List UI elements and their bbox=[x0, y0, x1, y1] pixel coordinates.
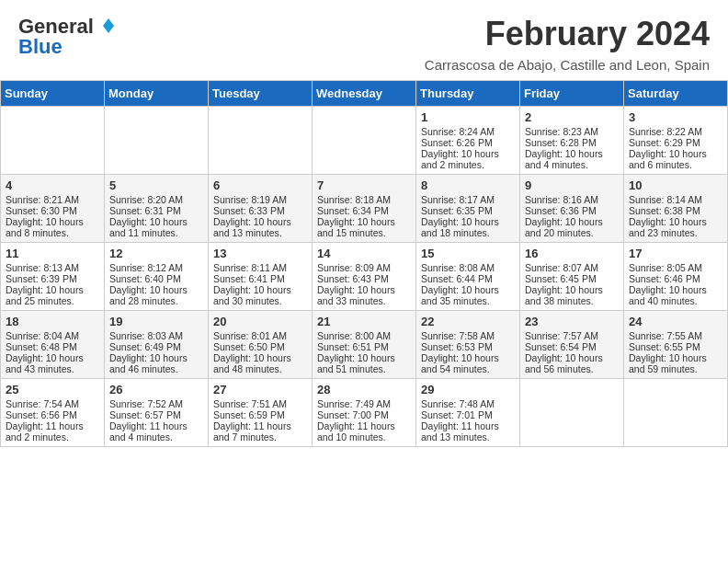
daylight-hours: Daylight: 10 hours bbox=[213, 352, 307, 363]
daylight-hours: Daylight: 10 hours bbox=[629, 148, 722, 159]
sunrise: Sunrise: 7:52 AM bbox=[109, 398, 203, 409]
sunset: Sunset: 6:26 PM bbox=[421, 137, 515, 148]
day-number: 2 bbox=[525, 110, 619, 124]
sunrise: Sunrise: 7:54 AM bbox=[6, 398, 99, 409]
header-friday: Friday bbox=[520, 81, 624, 107]
day-number: 15 bbox=[421, 247, 515, 260]
sunrise: Sunrise: 8:16 AM bbox=[525, 194, 619, 205]
day-number: 24 bbox=[629, 315, 722, 328]
day-number: 12 bbox=[109, 247, 203, 260]
header-tuesday: Tuesday bbox=[209, 81, 313, 107]
daylight-detail: and 18 minutes. bbox=[421, 227, 515, 238]
sunrise: Sunrise: 7:49 AM bbox=[317, 398, 411, 409]
sunset: Sunset: 6:59 PM bbox=[213, 409, 307, 420]
daylight-hours: Daylight: 10 hours bbox=[421, 148, 515, 159]
sunrise: Sunrise: 8:13 AM bbox=[6, 262, 99, 273]
day-number: 5 bbox=[109, 178, 203, 192]
day-number: 20 bbox=[213, 315, 307, 328]
day-number: 18 bbox=[6, 315, 99, 328]
sunset: Sunset: 6:40 PM bbox=[109, 273, 203, 284]
daylight-hours: Daylight: 10 hours bbox=[317, 284, 411, 295]
daylight-detail: and 54 minutes. bbox=[421, 363, 515, 374]
table-row bbox=[1, 107, 105, 175]
sunrise: Sunrise: 8:00 AM bbox=[317, 330, 411, 341]
sunrise: Sunrise: 8:17 AM bbox=[421, 194, 515, 205]
logo-blue-text: Blue bbox=[18, 35, 63, 59]
table-row: 28Sunrise: 7:49 AMSunset: 7:00 PMDayligh… bbox=[313, 379, 416, 447]
daylight-detail: and 23 minutes. bbox=[629, 227, 722, 238]
day-number: 22 bbox=[421, 315, 515, 328]
daylight-hours: Daylight: 11 hours bbox=[6, 420, 99, 431]
table-row: 9Sunrise: 8:16 AMSunset: 6:36 PMDaylight… bbox=[520, 175, 624, 243]
daylight-detail: and 6 minutes. bbox=[629, 159, 722, 170]
header-saturday: Saturday bbox=[624, 81, 728, 107]
table-row: 7Sunrise: 8:18 AMSunset: 6:34 PMDaylight… bbox=[313, 175, 416, 243]
daylight-detail: and 2 minutes. bbox=[6, 431, 99, 442]
daylight-hours: Daylight: 11 hours bbox=[213, 420, 307, 431]
sunset: Sunset: 6:39 PM bbox=[6, 273, 99, 284]
sunset: Sunset: 6:30 PM bbox=[6, 205, 99, 216]
sunset: Sunset: 6:41 PM bbox=[213, 273, 307, 284]
sunrise: Sunrise: 7:55 AM bbox=[629, 330, 722, 341]
location: Carrascosa de Abajo, Castille and Leon, … bbox=[425, 57, 710, 73]
sunrise: Sunrise: 8:19 AM bbox=[213, 194, 307, 205]
sunrise: Sunrise: 8:14 AM bbox=[629, 194, 722, 205]
day-number: 6 bbox=[213, 178, 307, 192]
sunrise: Sunrise: 8:03 AM bbox=[109, 330, 203, 341]
day-number: 19 bbox=[109, 315, 203, 328]
day-number: 11 bbox=[6, 247, 99, 260]
daylight-detail: and 25 minutes. bbox=[6, 295, 99, 306]
table-row bbox=[624, 379, 728, 447]
sunset: Sunset: 6:53 PM bbox=[421, 341, 515, 352]
table-row: 24Sunrise: 7:55 AMSunset: 6:55 PMDayligh… bbox=[624, 311, 728, 379]
table-row: 23Sunrise: 7:57 AMSunset: 6:54 PMDayligh… bbox=[520, 311, 624, 379]
daylight-detail: and 7 minutes. bbox=[213, 431, 307, 442]
daylight-hours: Daylight: 10 hours bbox=[629, 284, 722, 295]
daylight-detail: and 46 minutes. bbox=[109, 363, 203, 374]
daylight-detail: and 59 minutes. bbox=[629, 363, 722, 374]
day-number: 8 bbox=[421, 178, 515, 192]
sunset: Sunset: 7:00 PM bbox=[317, 409, 411, 420]
table-row: 17Sunrise: 8:05 AMSunset: 6:46 PMDayligh… bbox=[624, 243, 728, 311]
table-row bbox=[105, 107, 209, 175]
sunrise: Sunrise: 8:23 AM bbox=[525, 126, 619, 137]
daylight-hours: Daylight: 10 hours bbox=[629, 352, 722, 363]
day-number: 25 bbox=[6, 383, 99, 396]
daylight-detail: and 15 minutes. bbox=[317, 227, 411, 238]
table-row: 21Sunrise: 8:00 AMSunset: 6:51 PMDayligh… bbox=[313, 311, 416, 379]
daylight-hours: Daylight: 10 hours bbox=[525, 148, 619, 159]
daylight-detail: and 8 minutes. bbox=[6, 227, 99, 238]
table-row: 6Sunrise: 8:19 AMSunset: 6:33 PMDaylight… bbox=[209, 175, 313, 243]
day-number: 16 bbox=[525, 247, 619, 260]
header-wednesday: Wednesday bbox=[313, 81, 416, 107]
sunrise: Sunrise: 7:58 AM bbox=[421, 330, 515, 341]
day-number: 3 bbox=[629, 110, 722, 124]
sunrise: Sunrise: 7:48 AM bbox=[421, 398, 515, 409]
day-number: 7 bbox=[317, 178, 411, 192]
day-number: 13 bbox=[213, 247, 307, 260]
daylight-hours: Daylight: 10 hours bbox=[525, 352, 619, 363]
day-number: 27 bbox=[213, 383, 307, 396]
day-number: 29 bbox=[421, 383, 515, 396]
sunset: Sunset: 6:28 PM bbox=[525, 137, 619, 148]
sunset: Sunset: 6:48 PM bbox=[6, 341, 99, 352]
sunset: Sunset: 6:50 PM bbox=[213, 341, 307, 352]
daylight-detail: and 33 minutes. bbox=[317, 295, 411, 306]
daylight-hours: Daylight: 10 hours bbox=[421, 216, 515, 227]
calendar: Sunday Monday Tuesday Wednesday Thursday… bbox=[0, 80, 728, 447]
daylight-hours: Daylight: 10 hours bbox=[6, 352, 99, 363]
sunrise: Sunrise: 8:11 AM bbox=[213, 262, 307, 273]
sunset: Sunset: 6:57 PM bbox=[109, 409, 203, 420]
sunrise: Sunrise: 7:51 AM bbox=[213, 398, 307, 409]
table-row: 8Sunrise: 8:17 AMSunset: 6:35 PMDaylight… bbox=[416, 175, 520, 243]
sunrise: Sunrise: 8:07 AM bbox=[525, 262, 619, 273]
header-thursday: Thursday bbox=[416, 81, 520, 107]
daylight-detail: and 56 minutes. bbox=[525, 363, 619, 374]
sunrise: Sunrise: 7:57 AM bbox=[525, 330, 619, 341]
daylight-hours: Daylight: 10 hours bbox=[109, 216, 203, 227]
sunset: Sunset: 6:44 PM bbox=[421, 273, 515, 284]
sunset: Sunset: 6:31 PM bbox=[109, 205, 203, 216]
table-row: 25Sunrise: 7:54 AMSunset: 6:56 PMDayligh… bbox=[1, 379, 105, 447]
calendar-header-row: Sunday Monday Tuesday Wednesday Thursday… bbox=[1, 81, 728, 107]
daylight-detail: and 4 minutes. bbox=[525, 159, 619, 170]
